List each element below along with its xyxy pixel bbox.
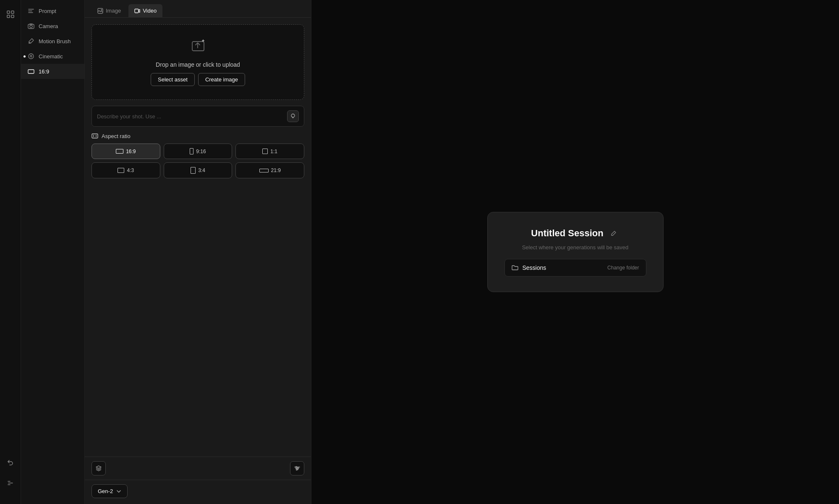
sidebar-item-prompt[interactable]: Prompt xyxy=(21,3,84,18)
aspect-btn-16-9[interactable]: 16:9 xyxy=(91,144,160,159)
edit-session-title-button[interactable] xyxy=(608,227,619,239)
sidebar-item-label: Motion Brush xyxy=(39,38,71,44)
sidebar-item-cinematic[interactable]: Cinematic xyxy=(21,49,84,64)
svg-point-17 xyxy=(296,469,298,470)
upload-zone[interactable]: Drop an image or click to upload Select … xyxy=(91,24,304,100)
cinematic-icon xyxy=(28,53,34,60)
svg-point-5 xyxy=(30,25,32,28)
gen-bar: Gen-2 xyxy=(85,480,311,504)
tab-label: Video xyxy=(143,8,157,14)
folder-info: Sessions xyxy=(512,264,546,271)
video-tab-icon xyxy=(134,8,140,14)
prompt-row xyxy=(91,106,304,127)
content-area: Drop an image or click to upload Select … xyxy=(85,18,311,457)
sidebar-item-motion-brush[interactable]: Motion Brush xyxy=(21,34,84,49)
sidebar-item-16-9[interactable]: 16:9 xyxy=(21,64,84,79)
sidebar-item-label: Prompt xyxy=(39,8,56,14)
change-folder-button[interactable]: Change folder xyxy=(607,265,639,271)
aspect-btn-21-9[interactable]: 21:9 xyxy=(235,162,304,178)
sidebar-item-label: Cinematic xyxy=(39,53,63,60)
chevron-down-icon xyxy=(116,489,121,494)
ar-icon-34 xyxy=(191,167,196,174)
ar-icon-219 xyxy=(259,169,269,172)
gen-model-selector[interactable]: Gen-2 xyxy=(91,484,128,498)
upload-text: Drop an image or click to upload xyxy=(156,61,240,68)
aspect-btn-3-4[interactable]: 3:4 xyxy=(164,162,233,178)
prompt-input[interactable] xyxy=(97,113,284,120)
gen-model-label: Gen-2 xyxy=(98,488,113,494)
session-subtitle: Select where your generations will be sa… xyxy=(522,244,629,251)
settings-button[interactable] xyxy=(290,461,304,475)
tab-video[interactable]: Video xyxy=(128,4,162,17)
svg-point-13 xyxy=(291,114,295,118)
sidebar-item-label: Camera xyxy=(39,23,58,29)
svg-rect-1 xyxy=(11,11,14,13)
layers-button[interactable] xyxy=(91,461,106,475)
aspect-ratio-section-icon xyxy=(91,133,98,139)
session-title-row: Untitled Session xyxy=(531,227,619,239)
folder-icon xyxy=(512,264,518,271)
tab-label: Image xyxy=(106,8,121,14)
main-panel: Image Video Drop an image or click to up… xyxy=(85,0,311,504)
icon-bar xyxy=(0,0,21,504)
aspect-grid: 16:9 9:16 1:1 4:3 xyxy=(91,144,304,178)
svg-point-16 xyxy=(298,468,299,469)
aspect-btn-1-1[interactable]: 1:1 xyxy=(235,144,304,159)
brush-icon xyxy=(28,38,34,44)
prompt-hint-button[interactable] xyxy=(287,110,299,122)
tab-bar: Image Video xyxy=(85,0,311,18)
session-title-text: Untitled Session xyxy=(531,228,603,239)
svg-rect-0 xyxy=(7,11,10,13)
aspect-ratio-section-title: Aspect ratio xyxy=(102,133,131,139)
camera-icon xyxy=(28,23,34,29)
session-dialog: Untitled Session Select where your gener… xyxy=(487,212,664,292)
svg-rect-8 xyxy=(28,70,34,73)
canvas-area: Untitled Session Select where your gener… xyxy=(311,0,839,504)
folder-name: Sessions xyxy=(523,264,546,271)
aspect-row-1: 16:9 9:16 1:1 xyxy=(91,144,304,159)
image-tab-icon xyxy=(97,8,103,14)
ar-icon-916 xyxy=(190,148,193,154)
aspect-ratio-icon xyxy=(28,68,34,75)
svg-point-7 xyxy=(30,55,32,57)
select-asset-button[interactable]: Select asset xyxy=(151,73,195,86)
grid-icon[interactable] xyxy=(3,7,18,22)
aspect-btn-4-3[interactable]: 4:3 xyxy=(91,162,160,178)
svg-rect-3 xyxy=(11,15,14,18)
aspect-ratio-label: Aspect ratio xyxy=(91,133,304,139)
aspect-row-2: 4:3 3:4 21:9 xyxy=(91,162,304,178)
upload-buttons: Select asset Create image xyxy=(151,73,245,86)
undo-icon[interactable] xyxy=(3,455,18,470)
active-dot xyxy=(24,55,26,57)
svg-point-10 xyxy=(101,9,102,10)
sidebar: Prompt Camera Motion Brush Cinematic 16:… xyxy=(21,0,85,504)
svg-rect-11 xyxy=(135,9,139,13)
collapse-icon[interactable] xyxy=(3,475,18,491)
sidebar-item-label: 16:9 xyxy=(39,68,49,75)
aspect-btn-9-16[interactable]: 9:16 xyxy=(164,144,233,159)
ar-icon-43 xyxy=(118,168,124,173)
tab-image[interactable]: Image xyxy=(91,4,127,17)
folder-row: Sessions Change folder xyxy=(504,259,646,277)
svg-point-6 xyxy=(29,54,34,59)
sidebar-item-camera[interactable]: Camera xyxy=(21,18,84,34)
svg-rect-2 xyxy=(7,15,10,18)
upload-icon xyxy=(191,38,206,56)
svg-rect-14 xyxy=(92,134,98,138)
svg-point-15 xyxy=(296,467,297,468)
ar-icon-11 xyxy=(262,149,268,154)
bottom-toolbar xyxy=(85,457,311,480)
text-icon xyxy=(28,8,34,14)
ar-icon-169 xyxy=(116,149,123,154)
create-image-button[interactable]: Create image xyxy=(198,73,245,86)
aspect-ratio-section: Aspect ratio 16:9 9:16 1:1 xyxy=(91,133,304,178)
